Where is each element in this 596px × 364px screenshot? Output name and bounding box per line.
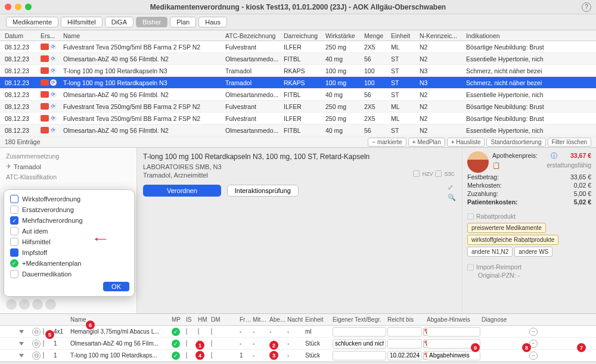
help-icon[interactable]: ? <box>582 2 591 12</box>
row-remove[interactable]: − <box>529 328 538 336</box>
col-header[interactable]: N-Kennzeic... <box>420 32 466 39</box>
chat-icon[interactable] <box>45 299 56 310</box>
interaktion-button[interactable]: Interaktionsprüfung <box>227 185 299 197</box>
col-header[interactable]: Menge <box>364 32 391 39</box>
col-header[interactable]: Ers... <box>41 32 63 39</box>
date-input[interactable] <box>387 351 422 360</box>
col-header[interactable]: Wirkstärke <box>325 32 364 39</box>
popup-option[interactable]: ✓Mehrfachverordnung <box>4 215 134 226</box>
medication-grid: DatumErs...NameATC-BezeichnungDarreichun… <box>0 30 596 148</box>
col-header[interactable]: Name <box>63 32 225 39</box>
table-row[interactable]: 08.12.23⟳Olmesartan-AbZ 40 mg 56 Filmtbl… <box>0 53 596 65</box>
minimize-window[interactable] <box>15 4 21 10</box>
alternative-chip[interactable]: andere WS <box>514 247 552 257</box>
expand-icon[interactable] <box>19 354 24 357</box>
grid-footer-btn[interactable]: + Hausliste <box>447 138 485 147</box>
col-header[interactable]: Indikationen <box>466 32 591 39</box>
prescription-row[interactable]: ⊖1Olmesartan-AbZ 40 mg 56 Film...✓----St… <box>0 338 596 350</box>
remove-icon[interactable]: ⊖ <box>32 340 41 348</box>
col-header[interactable]: Darreichung <box>284 32 325 39</box>
table-row[interactable]: 08.12.23⟳T-long 100 mg 100 Retardkapseln… <box>0 77 596 89</box>
table-row[interactable]: 08.12.23⟳Fulvestrant Teva 250mg/5ml BB F… <box>0 101 596 113</box>
dm-checkbox[interactable] <box>211 328 212 335</box>
popup-checkbox[interactable] <box>10 248 18 257</box>
hint-input[interactable] <box>427 351 480 360</box>
zoom-window[interactable] <box>25 4 32 10</box>
popup-checkbox[interactable] <box>10 206 18 214</box>
alternative-chip[interactable]: wirkstoffgleiche Rabattprodukte <box>467 235 558 245</box>
text-input[interactable] <box>333 339 386 349</box>
col-header[interactable]: ATC-Bezeichnung <box>225 32 284 39</box>
popup-option[interactable]: Impfstoff <box>4 247 134 258</box>
popup-checkbox[interactable] <box>10 227 18 235</box>
grid-footer-btn[interactable]: Filter löschen <box>548 138 591 147</box>
btc-icon[interactable] <box>19 299 30 310</box>
grid-footer-btn[interactable]: + MedPlan <box>408 138 445 147</box>
text-input[interactable] <box>333 327 386 337</box>
table-row[interactable]: 08.12.23⟳T-long 100 mg 100 Retardkapseln… <box>0 65 596 77</box>
grid-body[interactable]: 08.12.23⟳Fulvestrant Teva 250mg/5ml BB F… <box>0 41 596 136</box>
expand-icon[interactable] <box>19 342 24 346</box>
row-checkbox[interactable] <box>43 352 44 359</box>
table-row[interactable]: 08.12.23⟳Olmesartan-AbZ 40 mg 56 Filmtbl… <box>0 89 596 101</box>
expand-icon[interactable]: ⤢ <box>448 183 456 191</box>
is-checkbox[interactable] <box>186 340 187 347</box>
grid-footer-btn[interactable]: Standardsortierung <box>486 138 545 147</box>
expand-icon[interactable] <box>19 330 24 334</box>
heart-icon[interactable] <box>6 299 17 310</box>
tab-medikamente[interactable]: Medikamente <box>6 17 58 27</box>
alternative-chip[interactable]: preiswertere Medikamente <box>467 223 546 233</box>
popup-option[interactable]: Ersatzverordnung <box>4 204 134 215</box>
col-header[interactable]: Einheit <box>391 32 420 39</box>
row-checkbox[interactable] <box>43 340 44 347</box>
table-row[interactable]: 08.12.23⟳Fulvestrant Teva 250mg/5ml BB F… <box>0 113 596 125</box>
hint-input[interactable] <box>427 327 480 337</box>
remove-icon[interactable]: ⊖ <box>32 351 41 360</box>
hm-checkbox[interactable] <box>198 328 199 335</box>
date-input[interactable] <box>387 339 422 349</box>
popup-ok-button[interactable]: OK <box>103 282 129 291</box>
dm-checkbox[interactable] <box>211 340 212 347</box>
popup-option[interactable]: Hilfsmittel <box>4 237 134 247</box>
popup-checkbox[interactable] <box>10 195 18 203</box>
table-row[interactable]: 08.12.23⟳Fulvestrant Teva 250mg/5ml BB F… <box>0 41 596 53</box>
popup-checkbox[interactable] <box>10 238 18 246</box>
popup-checkbox[interactable]: ✓ <box>10 259 18 267</box>
remove-icon[interactable]: ⊖ <box>32 328 41 336</box>
receipt-icon: 📋 <box>492 161 500 169</box>
text-input[interactable] <box>333 351 386 360</box>
popup-option[interactable]: Aut idem <box>4 226 134 237</box>
grid-footer-btn[interactable]: − markierte <box>368 138 406 147</box>
s3c-checkbox[interactable] <box>435 170 442 177</box>
table-row[interactable]: 08.12.23⟳Olmesartan-AbZ 40 mg 56 Filmtbl… <box>0 125 596 136</box>
col-header[interactable]: Datum <box>5 32 41 39</box>
badge-7: 7 <box>577 343 586 352</box>
is-checkbox[interactable] <box>186 352 187 359</box>
popup-checkbox[interactable] <box>10 270 18 278</box>
popup-option[interactable]: ✓+Medikamentenplan <box>4 258 134 269</box>
tab-haus[interactable]: Haus <box>198 17 227 27</box>
prescription-row[interactable]: ⊖1T-long 100 mg 100 Retardkaps...✓1---St… <box>0 350 596 362</box>
chart-icon[interactable] <box>32 299 43 310</box>
search-icon[interactable]: 🔍 <box>448 194 456 201</box>
popup-option[interactable]: Dauermedikation <box>4 269 134 279</box>
import-checkbox[interactable] <box>467 264 474 270</box>
tab-bisher[interactable]: Bisher <box>136 17 167 27</box>
tab-plan[interactable]: Plan <box>170 17 196 27</box>
alternative-chip[interactable]: andere N1,N2 <box>467 247 513 257</box>
row-checkbox[interactable] <box>43 328 44 335</box>
close-window[interactable] <box>5 4 11 10</box>
row-remove[interactable]: − <box>529 351 538 360</box>
popup-option[interactable]: Wirkstoffverordnung <box>4 194 134 204</box>
info-icon[interactable]: ⓘ <box>551 152 557 160</box>
hzv-checkbox[interactable] <box>413 170 420 177</box>
is-checkbox[interactable] <box>186 328 187 335</box>
date-input[interactable] <box>387 327 422 337</box>
tab-hilfsmittel[interactable]: Hilfsmittel <box>61 17 103 27</box>
dm-checkbox[interactable] <box>211 352 212 359</box>
tab-diga[interactable]: DiGA <box>105 17 134 27</box>
rabatt-checkbox[interactable] <box>467 213 474 220</box>
verordnen-button[interactable]: Verordnen <box>143 185 221 197</box>
popup-checkbox[interactable]: ✓ <box>10 216 18 225</box>
composition-item[interactable]: ✈Tramadol <box>0 161 136 172</box>
